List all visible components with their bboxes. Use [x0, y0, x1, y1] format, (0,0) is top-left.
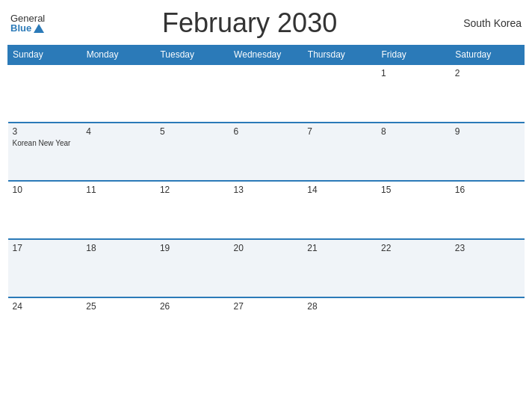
logo-blue-text: Blue [10, 23, 44, 33]
calendar-body: 123Korean New Year4567891011121314151617… [8, 64, 525, 356]
weekday-header-wednesday: Wednesday [229, 46, 303, 65]
day-number: 28 [307, 301, 372, 312]
week-row-5: 2425262728 [8, 297, 525, 356]
calendar-cell: 23 [451, 239, 525, 297]
logo-blue-label: Blue [10, 23, 31, 33]
calendar-cell [377, 297, 451, 356]
calendar-cell: 10 [8, 181, 82, 239]
calendar-cell: 1 [377, 64, 451, 123]
country-label: South Korea [454, 17, 522, 29]
calendar-cell: 13 [229, 181, 303, 239]
calendar-cell: 22 [377, 239, 451, 297]
day-number: 22 [381, 243, 446, 253]
day-number: 12 [160, 185, 225, 195]
calendar-cell: 25 [81, 297, 155, 356]
day-number: 11 [86, 185, 151, 195]
weekday-header-saturday: Saturday [451, 46, 525, 65]
calendar-cell [155, 64, 229, 123]
calendar-cell: 6 [229, 123, 303, 181]
day-number: 18 [86, 243, 151, 253]
day-number: 6 [234, 126, 299, 137]
day-number: 24 [13, 301, 78, 312]
calendar-cell: 7 [303, 123, 377, 181]
logo: General Blue [10, 13, 45, 33]
day-number: 26 [160, 301, 225, 312]
calendar-cell: 21 [303, 239, 377, 297]
day-number: 17 [13, 243, 78, 253]
calendar-container: General Blue February 2030 South Korea S… [0, 0, 532, 411]
day-number: 4 [86, 126, 151, 137]
calendar-cell [303, 64, 377, 123]
week-row-2: 3Korean New Year456789 [8, 123, 525, 181]
calendar-cell: 3Korean New Year [8, 123, 82, 181]
day-number: 27 [234, 301, 299, 312]
week-row-1: 12 [8, 64, 525, 123]
day-number: 23 [455, 243, 520, 253]
header: General Blue February 2030 South Korea [7, 7, 525, 39]
calendar-cell: 5 [155, 123, 229, 181]
day-number: 14 [307, 185, 372, 195]
weekday-header-friday: Friday [377, 46, 451, 65]
calendar-cell [229, 64, 303, 123]
day-number: 20 [234, 243, 299, 253]
calendar-cell [8, 64, 82, 123]
calendar-title: February 2030 [45, 7, 454, 39]
calendar-cell: 9 [451, 123, 525, 181]
calendar-cell: 28 [303, 297, 377, 356]
calendar-cell: 11 [81, 181, 155, 239]
calendar-cell: 15 [377, 181, 451, 239]
weekday-header-tuesday: Tuesday [155, 46, 229, 65]
calendar-cell: 18 [81, 239, 155, 297]
day-number: 9 [455, 126, 520, 137]
calendar-cell: 20 [229, 239, 303, 297]
day-number: 10 [13, 185, 78, 195]
day-number: 3 [13, 126, 78, 137]
week-row-4: 17181920212223 [8, 239, 525, 297]
logo-triangle-icon [34, 24, 44, 33]
week-row-3: 10111213141516 [8, 181, 525, 239]
calendar-cell [451, 297, 525, 356]
weekday-row: SundayMondayTuesdayWednesdayThursdayFrid… [8, 46, 525, 65]
calendar-cell: 14 [303, 181, 377, 239]
day-number: 25 [86, 301, 151, 312]
calendar-cell: 2 [451, 64, 525, 123]
calendar-cell: 24 [8, 297, 82, 356]
calendar-header-row: SundayMondayTuesdayWednesdayThursdayFrid… [8, 46, 525, 65]
day-number: 15 [381, 185, 446, 195]
day-number: 8 [381, 126, 446, 137]
calendar-cell: 16 [451, 181, 525, 239]
calendar-cell: 8 [377, 123, 451, 181]
day-number: 16 [455, 185, 520, 195]
calendar-cell: 4 [81, 123, 155, 181]
weekday-header-sunday: Sunday [8, 46, 82, 65]
day-number: 1 [381, 68, 446, 78]
weekday-header-thursday: Thursday [303, 46, 377, 65]
event-label: Korean New Year [13, 138, 78, 148]
calendar-cell [81, 64, 155, 123]
day-number: 7 [307, 126, 372, 137]
calendar-cell: 19 [155, 239, 229, 297]
weekday-header-monday: Monday [81, 46, 155, 65]
calendar-cell: 26 [155, 297, 229, 356]
day-number: 13 [234, 185, 299, 195]
day-number: 19 [160, 243, 225, 253]
day-number: 5 [160, 126, 225, 137]
day-number: 2 [455, 68, 520, 78]
calendar-cell: 12 [155, 181, 229, 239]
calendar-cell: 17 [8, 239, 82, 297]
calendar-grid: SundayMondayTuesdayWednesdayThursdayFrid… [7, 45, 525, 356]
calendar-cell: 27 [229, 297, 303, 356]
day-number: 21 [307, 243, 372, 253]
